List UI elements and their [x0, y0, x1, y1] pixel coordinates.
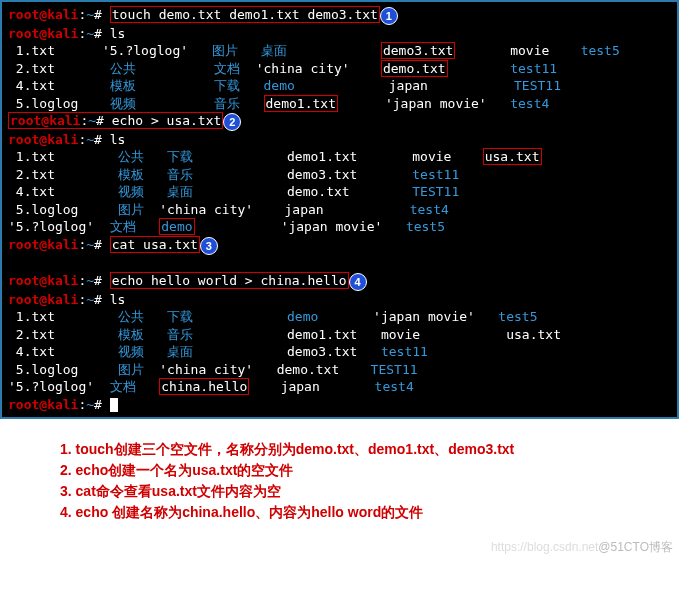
command-line-1: root@kali:~# touch demo.txt demo1.txt de…: [8, 6, 671, 25]
watermark: https://blog.csdn.net@51CTO博客: [0, 533, 693, 562]
cursor-icon[interactable]: [110, 398, 118, 412]
command-line-3: root@kali:~# echo > usa.txt2: [8, 112, 671, 131]
annotation-block: 1. touch创建三个空文件，名称分别为demo.txt、demo1.txt、…: [0, 419, 693, 533]
ls3-row2: 2.txt 模板 音乐 demo1.txt movie usa.txt: [8, 326, 671, 344]
ls2-row3: 4.txt 视频 桌面 demo.txt TEST11: [8, 183, 671, 201]
cmd-touch: touch demo.txt demo1.txt demo3.txt: [110, 6, 380, 23]
ls2-row2: 2.txt 模板 音乐 demo3.txt test11: [8, 166, 671, 184]
ls2-row5: '5.?loglog' 文档 demo 'japan movie' test5: [8, 218, 671, 236]
ls1-row2: 2.txt 公共 文档 'china city' demo.txt test11: [8, 60, 671, 78]
command-line-5: root@kali:~# cat usa.txt3: [8, 236, 671, 255]
annotation-line-2: 2. echo创建一个名为usa.txt的空文件: [60, 460, 663, 481]
ls1-row3: 4.txt 模板 下载 demo japan TEST11: [8, 77, 671, 95]
annotation-line-4: 4. echo 创建名称为china.hello、内容为hello word的文…: [60, 502, 663, 523]
annotation-line-3: 3. cat命令查看usa.txt文件内容为空: [60, 481, 663, 502]
command-line-4: root@kali:~# ls: [8, 131, 671, 149]
command-line-7: root@kali:~# ls: [8, 291, 671, 309]
ls1-row1: 1.txt '5.?loglog' 图片 桌面 demo3.txt movie …: [8, 42, 671, 60]
command-line-6: root@kali:~# echo hello world > china.he…: [8, 272, 671, 291]
annotation-line-1: 1. touch创建三个空文件，名称分别为demo.txt、demo1.txt、…: [60, 439, 663, 460]
marker-3: 3: [200, 237, 218, 255]
ls3-row4: 5.loglog 图片 'china city' demo.txt TEST11: [8, 361, 671, 379]
marker-4: 4: [349, 273, 367, 291]
ls3-row1: 1.txt 公共 下载 demo 'japan movie' test5: [8, 308, 671, 326]
ls3-row3: 4.txt 视频 桌面 demo3.txt test11: [8, 343, 671, 361]
marker-1: 1: [380, 7, 398, 25]
ls1-row4: 5.loglog 视频 音乐 demo1.txt 'japan movie' t…: [8, 95, 671, 113]
command-line-8: root@kali:~#: [8, 396, 671, 414]
marker-2: 2: [223, 113, 241, 131]
ls2-row4: 5.loglog 图片 'china city' japan test4: [8, 201, 671, 219]
ls3-row5: '5.?loglog' 文档 china.hello japan test4: [8, 378, 671, 396]
terminal[interactable]: root@kali:~# touch demo.txt demo1.txt de…: [0, 0, 679, 419]
prompt-user: root@kali: [8, 7, 78, 22]
command-line-2: root@kali:~# ls: [8, 25, 671, 43]
ls2-row1: 1.txt 公共 下载 demo1.txt movie usa.txt: [8, 148, 671, 166]
blank-line: [8, 255, 671, 273]
